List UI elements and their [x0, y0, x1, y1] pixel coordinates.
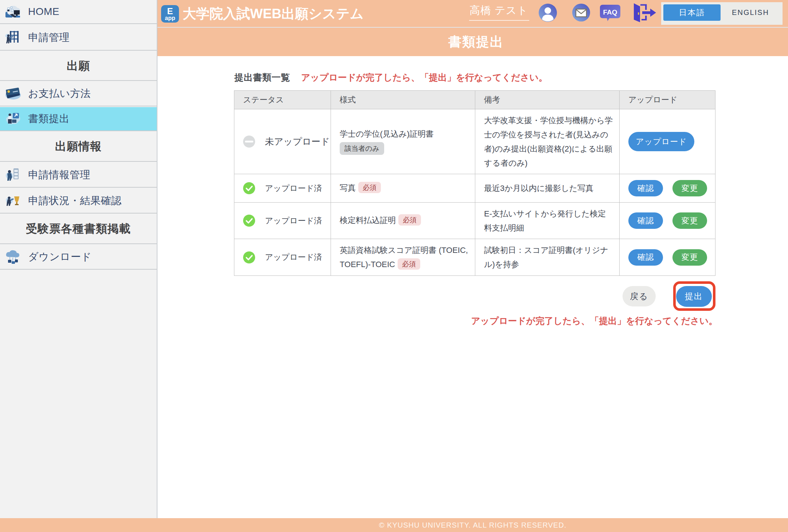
- svg-text:FAQ: FAQ: [603, 8, 617, 16]
- svg-text:E: E: [167, 6, 173, 16]
- svg-text:app: app: [165, 15, 175, 21]
